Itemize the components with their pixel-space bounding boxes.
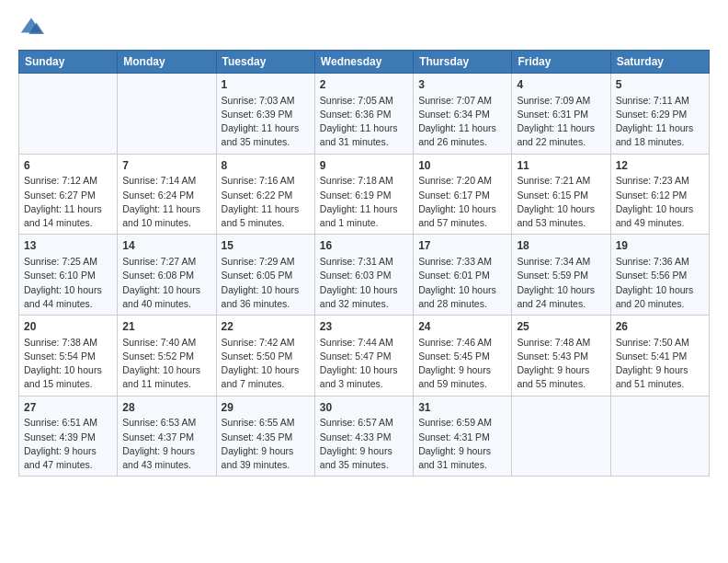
day-info: Sunrise: 6:53 AM Sunset: 4:37 PM Dayligh…: [122, 416, 210, 472]
day-info: Sunrise: 7:11 AM Sunset: 6:29 PM Dayligh…: [616, 94, 704, 150]
calendar-cell: 22Sunrise: 7:42 AM Sunset: 5:50 PM Dayli…: [216, 316, 314, 396]
calendar-cell: 23Sunrise: 7:44 AM Sunset: 5:47 PM Dayli…: [314, 316, 413, 396]
day-number: 10: [418, 158, 506, 174]
day-number: 18: [517, 238, 605, 254]
day-info: Sunrise: 6:55 AM Sunset: 4:35 PM Dayligh…: [222, 416, 310, 472]
day-info: Sunrise: 7:33 AM Sunset: 6:01 PM Dayligh…: [418, 255, 506, 311]
calendar-cell: 18Sunrise: 7:34 AM Sunset: 5:59 PM Dayli…: [512, 235, 610, 316]
weekday-wednesday: Wednesday: [314, 51, 413, 74]
day-number: 25: [517, 319, 605, 335]
calendar-cell: 4Sunrise: 7:09 AM Sunset: 6:31 PM Daylig…: [512, 74, 610, 155]
day-info: Sunrise: 7:42 AM Sunset: 5:50 PM Dayligh…: [222, 336, 310, 392]
calendar-cell: 10Sunrise: 7:20 AM Sunset: 6:17 PM Dayli…: [414, 154, 512, 235]
day-number: 7: [122, 158, 210, 174]
day-info: Sunrise: 7:09 AM Sunset: 6:31 PM Dayligh…: [517, 94, 605, 150]
day-info: Sunrise: 7:20 AM Sunset: 6:17 PM Dayligh…: [418, 174, 506, 230]
weekday-header-row: SundayMondayTuesdayWednesdayThursdayFrid…: [19, 51, 710, 74]
day-number: 17: [418, 238, 506, 254]
day-number: 4: [517, 77, 605, 93]
day-info: Sunrise: 7:16 AM Sunset: 6:22 PM Dayligh…: [222, 174, 310, 230]
calendar-cell: 17Sunrise: 7:33 AM Sunset: 6:01 PM Dayli…: [414, 235, 512, 316]
calendar-cell: [610, 396, 709, 477]
calendar-cell: 11Sunrise: 7:21 AM Sunset: 6:15 PM Dayli…: [512, 154, 610, 235]
week-row-4: 20Sunrise: 7:38 AM Sunset: 5:54 PM Dayli…: [19, 316, 710, 396]
calendar-cell: 28Sunrise: 6:53 AM Sunset: 4:37 PM Dayli…: [118, 396, 216, 477]
day-info: Sunrise: 6:59 AM Sunset: 4:31 PM Dayligh…: [418, 416, 506, 472]
day-info: Sunrise: 6:57 AM Sunset: 4:33 PM Dayligh…: [320, 416, 408, 472]
day-number: 12: [616, 158, 704, 174]
weekday-monday: Monday: [118, 51, 216, 74]
calendar-cell: 19Sunrise: 7:36 AM Sunset: 5:56 PM Dayli…: [610, 235, 709, 316]
weekday-tuesday: Tuesday: [216, 51, 314, 74]
day-number: 19: [616, 238, 704, 254]
day-info: Sunrise: 7:34 AM Sunset: 5:59 PM Dayligh…: [517, 255, 605, 311]
calendar-cell: [118, 74, 216, 155]
calendar-cell: 1Sunrise: 7:03 AM Sunset: 6:39 PM Daylig…: [216, 74, 314, 155]
day-number: 22: [222, 319, 310, 335]
logo: [18, 15, 46, 40]
calendar-cell: 29Sunrise: 6:55 AM Sunset: 4:35 PM Dayli…: [216, 396, 314, 477]
day-info: Sunrise: 7:18 AM Sunset: 6:19 PM Dayligh…: [320, 174, 408, 230]
day-number: 24: [418, 319, 506, 335]
day-info: Sunrise: 7:21 AM Sunset: 6:15 PM Dayligh…: [517, 174, 605, 230]
weekday-sunday: Sunday: [19, 51, 118, 74]
calendar-cell: 26Sunrise: 7:50 AM Sunset: 5:41 PM Dayli…: [610, 316, 709, 396]
day-number: 14: [122, 238, 210, 254]
day-info: Sunrise: 7:44 AM Sunset: 5:47 PM Dayligh…: [320, 336, 408, 392]
calendar-page: SundayMondayTuesdayWednesdayThursdayFrid…: [0, 0, 728, 563]
calendar-cell: 14Sunrise: 7:27 AM Sunset: 6:08 PM Dayli…: [118, 235, 216, 316]
calendar-cell: 2Sunrise: 7:05 AM Sunset: 6:36 PM Daylig…: [314, 74, 413, 155]
day-info: Sunrise: 7:48 AM Sunset: 5:43 PM Dayligh…: [517, 336, 605, 392]
day-info: Sunrise: 7:46 AM Sunset: 5:45 PM Dayligh…: [418, 336, 506, 392]
day-number: 26: [616, 319, 704, 335]
day-info: Sunrise: 7:36 AM Sunset: 5:56 PM Dayligh…: [616, 255, 704, 311]
day-number: 1: [222, 77, 310, 93]
week-row-3: 13Sunrise: 7:25 AM Sunset: 6:10 PM Dayli…: [19, 235, 710, 316]
day-number: 28: [122, 400, 210, 416]
day-info: Sunrise: 7:31 AM Sunset: 6:03 PM Dayligh…: [320, 255, 408, 311]
calendar-cell: 6Sunrise: 7:12 AM Sunset: 6:27 PM Daylig…: [19, 154, 118, 235]
day-number: 2: [320, 77, 408, 93]
day-info: Sunrise: 7:50 AM Sunset: 5:41 PM Dayligh…: [616, 336, 704, 392]
calendar-cell: 30Sunrise: 6:57 AM Sunset: 4:33 PM Dayli…: [314, 396, 413, 477]
calendar-cell: 12Sunrise: 7:23 AM Sunset: 6:12 PM Dayli…: [610, 154, 709, 235]
weekday-thursday: Thursday: [414, 51, 512, 74]
day-number: 29: [222, 400, 310, 416]
day-number: 20: [24, 319, 112, 335]
day-number: 3: [418, 77, 506, 93]
weekday-saturday: Saturday: [610, 51, 709, 74]
calendar-cell: 13Sunrise: 7:25 AM Sunset: 6:10 PM Dayli…: [19, 235, 118, 316]
day-info: Sunrise: 7:12 AM Sunset: 6:27 PM Dayligh…: [24, 174, 112, 230]
calendar-cell: 8Sunrise: 7:16 AM Sunset: 6:22 PM Daylig…: [216, 154, 314, 235]
calendar-table: SundayMondayTuesdayWednesdayThursdayFrid…: [18, 50, 710, 477]
day-number: 30: [320, 400, 408, 416]
calendar-cell: 20Sunrise: 7:38 AM Sunset: 5:54 PM Dayli…: [19, 316, 118, 396]
day-info: Sunrise: 7:07 AM Sunset: 6:34 PM Dayligh…: [418, 94, 506, 150]
calendar-cell: 5Sunrise: 7:11 AM Sunset: 6:29 PM Daylig…: [610, 74, 709, 155]
day-info: Sunrise: 7:25 AM Sunset: 6:10 PM Dayligh…: [24, 255, 112, 311]
weekday-friday: Friday: [512, 51, 610, 74]
calendar-cell: [512, 396, 610, 477]
calendar-cell: [19, 74, 118, 155]
calendar-cell: 15Sunrise: 7:29 AM Sunset: 6:05 PM Dayli…: [216, 235, 314, 316]
calendar-body: 1Sunrise: 7:03 AM Sunset: 6:39 PM Daylig…: [19, 74, 710, 477]
day-number: 31: [418, 400, 506, 416]
header: [18, 15, 710, 40]
day-number: 8: [222, 158, 310, 174]
day-number: 5: [616, 77, 704, 93]
day-number: 13: [24, 238, 112, 254]
day-number: 15: [222, 238, 310, 254]
day-number: 21: [122, 319, 210, 335]
day-number: 9: [320, 158, 408, 174]
logo-icon: [18, 15, 44, 40]
day-info: Sunrise: 6:51 AM Sunset: 4:39 PM Dayligh…: [24, 416, 112, 472]
day-info: Sunrise: 7:14 AM Sunset: 6:24 PM Dayligh…: [122, 174, 210, 230]
calendar-cell: 21Sunrise: 7:40 AM Sunset: 5:52 PM Dayli…: [118, 316, 216, 396]
day-number: 6: [24, 158, 112, 174]
calendar-cell: 24Sunrise: 7:46 AM Sunset: 5:45 PM Dayli…: [414, 316, 512, 396]
day-number: 23: [320, 319, 408, 335]
calendar-cell: 27Sunrise: 6:51 AM Sunset: 4:39 PM Dayli…: [19, 396, 118, 477]
calendar-cell: 3Sunrise: 7:07 AM Sunset: 6:34 PM Daylig…: [414, 74, 512, 155]
calendar-cell: 9Sunrise: 7:18 AM Sunset: 6:19 PM Daylig…: [314, 154, 413, 235]
calendar-cell: 31Sunrise: 6:59 AM Sunset: 4:31 PM Dayli…: [414, 396, 512, 477]
